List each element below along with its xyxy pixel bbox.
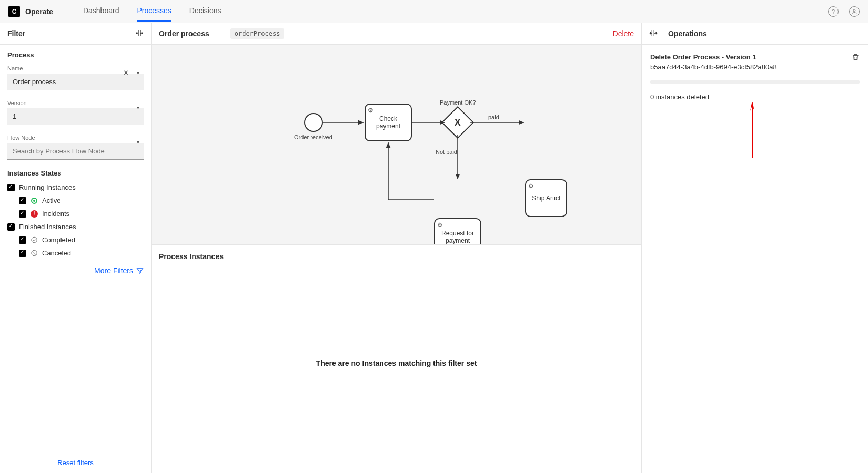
notpaid-label: Not paid: [436, 149, 457, 155]
task-ship-label: Ship Articl: [532, 194, 560, 202]
reset-filters-link[interactable]: Reset filters: [57, 459, 94, 467]
canceled-checkbox-row[interactable]: Canceled: [19, 249, 144, 257]
bpmn-task-request-payment[interactable]: ⚙ Request for payment: [434, 218, 481, 244]
operation-progress-bar: [650, 80, 860, 84]
nav-processes[interactable]: Processes: [137, 6, 171, 22]
checkbox-icon: [19, 210, 26, 218]
expand-operations-icon[interactable]: [649, 29, 658, 39]
more-filters-link[interactable]: More Filters: [7, 266, 144, 275]
gateway-label: Payment OK?: [440, 99, 476, 106]
user-icon[interactable]: [849, 6, 860, 17]
bpmn-start-label: Order received: [294, 134, 332, 140]
finished-checkbox-row[interactable]: Finished Instances: [7, 223, 144, 231]
flownode-select[interactable]: [7, 143, 144, 160]
operation-status: 0 instances deleted: [650, 93, 860, 101]
checkbox-icon: [7, 184, 15, 191]
checkbox-icon: [19, 236, 26, 244]
more-filters-label: More Filters: [94, 266, 133, 275]
svg-point-0: [853, 9, 855, 12]
trash-icon[interactable]: [852, 53, 860, 63]
canceled-label: Canceled: [42, 249, 71, 257]
help-icon[interactable]: ?: [828, 6, 839, 17]
brand-logo: C: [8, 6, 20, 17]
completed-state-icon: [31, 236, 38, 244]
annotation-arrow: [747, 102, 758, 160]
filter-title: Filter: [7, 29, 25, 38]
operations-header: Operations: [642, 23, 868, 45]
incidents-label: Incidents: [42, 210, 69, 218]
topbar-right: ?: [828, 6, 860, 17]
completed-checkbox-row[interactable]: Completed: [19, 236, 144, 244]
main-layout: Filter Process Name ✕ ▾ Version ▾ Flow: [0, 23, 868, 473]
clear-name-icon[interactable]: ✕: [123, 69, 129, 77]
flownode-field: Flow Node ▾: [7, 135, 144, 160]
nav-decisions[interactable]: Decisions: [189, 6, 221, 22]
task-check-label: Check payment: [369, 115, 408, 130]
process-section-title: Process: [7, 51, 144, 59]
filter-icon: [136, 267, 144, 274]
bpmn-task-ship[interactable]: ⚙ Ship Articl: [525, 179, 567, 217]
sidebar-footer: Reset filters: [0, 453, 151, 473]
brand-separator: [68, 5, 68, 18]
paid-label: paid: [488, 114, 499, 120]
running-label: Running Instances: [19, 183, 76, 191]
brand-name: Operate: [25, 7, 53, 16]
operation-title: Delete Order Process - Version 1: [650, 53, 777, 61]
completed-label: Completed: [42, 236, 75, 244]
svg-point-1: [32, 237, 37, 243]
checkbox-icon: [7, 223, 15, 231]
checkbox-icon: [19, 250, 26, 257]
center-panel: Order process orderProcess Delete Order …: [152, 23, 642, 473]
active-checkbox-row[interactable]: Active: [19, 197, 144, 204]
filter-body: Process Name ✕ ▾ Version ▾ Flow Node ▾ I…: [0, 45, 151, 453]
gear-icon: ⚙: [528, 182, 534, 190]
bpmn-diagram[interactable]: Order received ⚙ Check payment X Payment…: [152, 45, 641, 244]
main-nav: Dashboard Processes Decisions: [83, 1, 221, 22]
active-label: Active: [42, 197, 60, 204]
filter-header: Filter: [0, 23, 151, 45]
running-checkbox-row[interactable]: Running Instances: [7, 183, 144, 191]
operation-row: Delete Order Process - Version 1 b5aa7d4…: [650, 53, 860, 80]
finished-label: Finished Instances: [19, 223, 76, 231]
instances-title: Process Instances: [159, 252, 634, 261]
bpmn-connectors: [152, 45, 572, 244]
canceled-state-icon: [31, 250, 38, 257]
flownode-label: Flow Node: [7, 135, 144, 141]
topbar: C Operate Dashboard Processes Decisions …: [0, 0, 868, 23]
bpmn-start-event[interactable]: [304, 113, 323, 132]
process-id-badge: orderProcess: [230, 28, 285, 39]
version-field: Version ▾: [7, 100, 144, 125]
task-request-label: Request for payment: [438, 230, 477, 244]
nav-dashboard[interactable]: Dashboard: [83, 6, 119, 22]
active-state-icon: [31, 197, 38, 204]
instances-section: Process Instances There are no Instances…: [152, 244, 641, 473]
gear-icon: ⚙: [437, 221, 443, 229]
operations-title: Operations: [668, 29, 707, 38]
bpmn-task-check-payment[interactable]: ⚙ Check payment: [365, 104, 412, 141]
instances-empty-message: There are no Instances matching this fil…: [159, 261, 634, 466]
delete-process-link[interactable]: Delete: [613, 29, 634, 38]
incidents-checkbox-row[interactable]: ! Incidents: [19, 210, 144, 218]
operation-uuid: b5aa7d44-3a4b-4dfb-9694-e3cf582a80a8: [650, 63, 777, 71]
collapse-filter-icon[interactable]: [135, 29, 144, 39]
bpmn-gateway[interactable]: X: [441, 106, 474, 139]
process-header: Order process orderProcess Delete: [152, 23, 641, 45]
filter-sidebar: Filter Process Name ✕ ▾ Version ▾ Flow: [0, 23, 152, 473]
incident-state-icon: !: [31, 210, 38, 218]
version-label: Version: [7, 100, 144, 106]
states-section-title: Instances States: [7, 169, 144, 177]
checkbox-icon: [19, 197, 26, 204]
operations-body: Delete Order Process - Version 1 b5aa7d4…: [642, 45, 868, 109]
operations-panel: Operations Delete Order Process - Versio…: [642, 23, 868, 473]
name-field: Name ✕ ▾: [7, 65, 144, 90]
version-select[interactable]: [7, 108, 144, 125]
gear-icon: ⚙: [368, 107, 374, 114]
process-title: Order process: [159, 29, 209, 38]
